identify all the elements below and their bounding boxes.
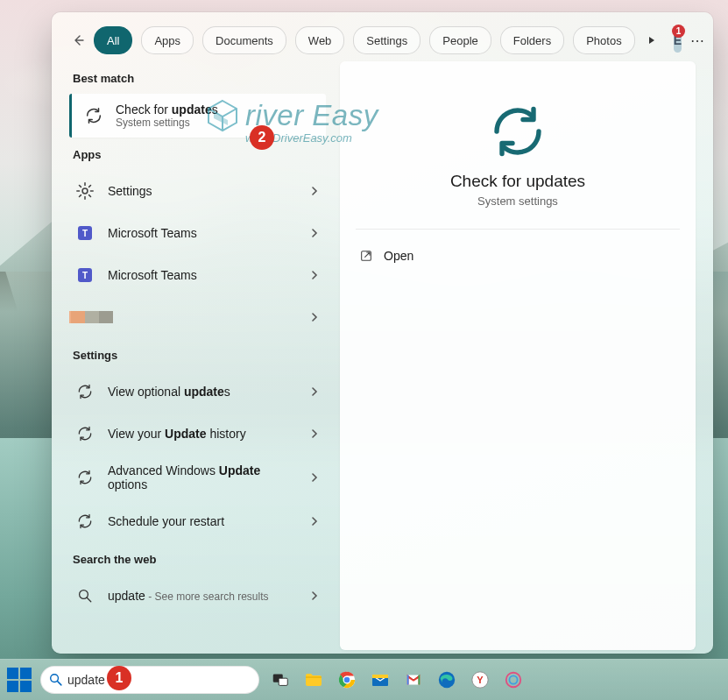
svg-rect-16: [419, 675, 421, 685]
filter-tab-web[interactable]: Web: [295, 26, 345, 54]
filter-tab-label: Web: [308, 34, 332, 47]
divider: [356, 229, 680, 230]
chrome-icon: [337, 670, 357, 689]
annotation-marker-2: 2: [250, 125, 274, 150]
chevron-right-icon: [310, 313, 319, 322]
svg-rect-14: [372, 675, 388, 678]
chevron-right-icon: [310, 429, 319, 438]
chevron-right-icon: [310, 229, 319, 237]
settings-result-schedule-restart[interactable]: Schedule your restart: [69, 500, 326, 542]
search-filter-bar: All Apps Documents Web Settings People F…: [52, 12, 713, 61]
gmail-button[interactable]: [401, 668, 426, 692]
filter-tab-label: Apps: [154, 34, 180, 47]
chevron-right-icon: [310, 473, 319, 482]
taskbar-search-input[interactable]: update: [40, 666, 259, 694]
taskview-button[interactable]: [268, 668, 293, 692]
results-list: Best match Check for updates System sett…: [69, 61, 326, 650]
app-result-teams[interactable]: Microsoft Teams: [69, 254, 326, 296]
filter-tab-settings[interactable]: Settings: [353, 26, 421, 54]
refresh-icon: [82, 104, 105, 127]
filter-tab-label: Photos: [586, 34, 621, 47]
taskview-icon: [271, 670, 290, 689]
gmail-icon: [404, 670, 423, 689]
filter-tab-photos[interactable]: Photos: [573, 26, 634, 54]
svg-text:Y: Y: [477, 675, 484, 685]
svg-line-7: [58, 682, 61, 685]
chevron-right-icon: [310, 591, 319, 600]
app-result-label: Microsoft Teams: [108, 226, 197, 240]
open-external-icon: [359, 249, 373, 263]
filter-tab-all[interactable]: All: [94, 26, 132, 54]
app-result-redacted[interactable]: [69, 296, 326, 338]
chevron-right-icon: [310, 387, 319, 396]
more-filters-button[interactable]: [647, 31, 656, 50]
section-header-best-match: Best match: [69, 61, 326, 94]
best-match-subtitle: System settings: [116, 117, 218, 129]
play-icon: [647, 36, 656, 45]
preview-open-button[interactable]: Open: [356, 242, 680, 270]
teams-icon: [73, 221, 97, 245]
yandex-icon: Y: [470, 670, 490, 689]
app-result-teams[interactable]: Microsoft Teams: [69, 212, 326, 254]
chevron-right-icon: [310, 271, 319, 279]
filter-tab-label: Documents: [216, 34, 273, 47]
folder-icon: [303, 669, 324, 690]
svg-rect-15: [407, 675, 409, 685]
web-result-label: update - See more search results: [108, 589, 269, 603]
section-header-settings: Settings: [69, 338, 326, 371]
filter-tab-folders[interactable]: Folders: [500, 26, 564, 54]
svg-point-21: [509, 675, 517, 683]
settings-result-optional-updates[interactable]: View optional updates: [69, 371, 326, 413]
svg-point-2: [82, 188, 88, 194]
copilot-icon: [504, 670, 523, 689]
mail-icon: [370, 669, 391, 690]
settings-result-label: Schedule your restart: [108, 514, 224, 528]
annotation-marker-1: 1: [107, 666, 131, 690]
filter-tab-label: Settings: [366, 34, 407, 47]
settings-result-label: Advanced Windows Update options: [108, 463, 274, 491]
best-match-title: Check for updates: [116, 103, 218, 117]
svg-point-20: [506, 673, 521, 688]
options-button[interactable]: ⋯: [690, 30, 706, 51]
start-button[interactable]: [7, 668, 32, 692]
preview-refresh-icon: [356, 100, 680, 163]
svg-rect-9: [279, 678, 287, 685]
yandex-button[interactable]: Y: [468, 668, 492, 692]
search-value: update: [67, 673, 105, 687]
mail-button[interactable]: [368, 668, 392, 692]
app-result-settings[interactable]: Settings: [69, 170, 326, 212]
preview-pane: Check for updates System settings Open: [340, 61, 696, 650]
filter-tab-apps[interactable]: Apps: [141, 26, 194, 54]
settings-gear-icon: [73, 179, 97, 203]
settings-result-update-history[interactable]: View your Update history: [69, 413, 326, 455]
filter-tab-people[interactable]: People: [429, 26, 491, 54]
open-label: Open: [384, 249, 413, 263]
chevron-right-icon: [310, 517, 319, 526]
refresh-icon: [73, 379, 97, 404]
avatar-notification-badge: 1: [672, 25, 685, 38]
filter-tab-label: People: [442, 34, 477, 47]
filter-tab-label: Folders: [513, 34, 551, 47]
section-header-web: Search the web: [69, 542, 326, 575]
user-avatar[interactable]: E 1: [674, 28, 682, 53]
search-icon: [73, 583, 97, 608]
preview-title: Check for updates: [356, 172, 680, 191]
windows-logo-icon: [7, 668, 32, 692]
badge-count: 1: [676, 26, 682, 36]
filter-tab-label: All: [107, 34, 119, 47]
back-button[interactable]: [71, 28, 85, 53]
web-result-update[interactable]: update - See more search results: [69, 575, 326, 617]
chrome-button[interactable]: [335, 668, 359, 692]
best-match-result[interactable]: Check for updates System settings: [69, 94, 326, 138]
copilot-button[interactable]: [501, 668, 526, 692]
edge-button[interactable]: [435, 668, 459, 692]
ellipsis-icon: ⋯: [690, 32, 706, 49]
file-explorer-button[interactable]: [301, 668, 326, 692]
filter-tab-documents[interactable]: Documents: [202, 26, 286, 54]
pixelated-icon: [73, 305, 97, 329]
app-result-label: Microsoft Teams: [108, 268, 197, 282]
arrow-left-icon: [71, 33, 85, 47]
settings-result-advanced-update[interactable]: Advanced Windows Update options: [69, 455, 326, 500]
refresh-icon: [73, 509, 97, 534]
settings-result-label: View your Update history: [108, 427, 246, 441]
